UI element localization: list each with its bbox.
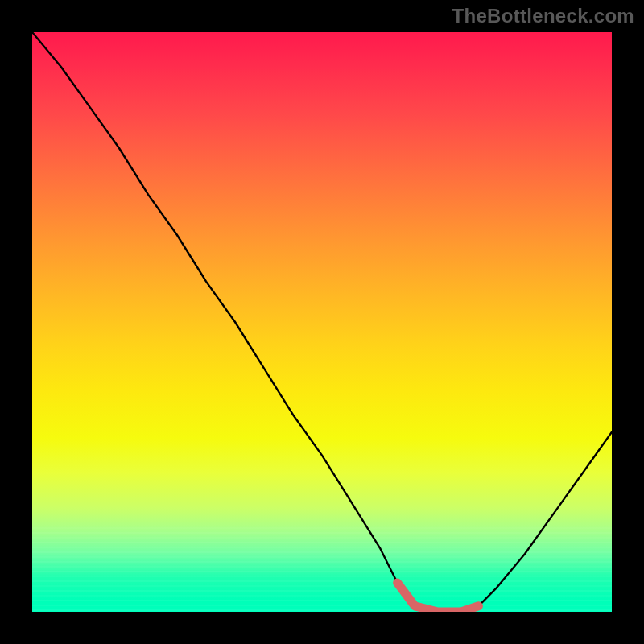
heat-gradient: [32, 32, 612, 612]
watermark-text: TheBottleneck.com: [452, 5, 634, 27]
chart-container: TheBottleneck.com: [0, 0, 644, 644]
plot-area: [32, 32, 612, 612]
